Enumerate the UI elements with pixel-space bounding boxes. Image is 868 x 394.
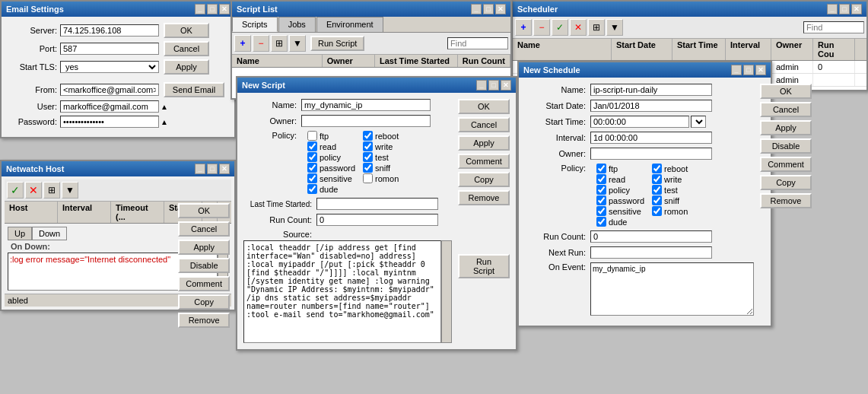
nsch-disable-btn[interactable]: Disable	[760, 138, 812, 154]
sched-min-btn[interactable]: _	[827, 4, 838, 14]
nsch-ok-btn[interactable]: OK	[760, 84, 812, 99]
ns-cancel-btn[interactable]: Cancel	[458, 117, 510, 132]
ns-run-count-input[interactable]	[316, 214, 438, 226]
tab-up[interactable]: Up	[8, 227, 32, 240]
nsch-remove-btn[interactable]: Remove	[760, 193, 812, 208]
tls-dropdown[interactable]: yes	[60, 61, 159, 73]
nsch-start-time-input[interactable]	[590, 116, 689, 128]
nsch-policy-read[interactable]: read	[596, 174, 644, 184]
from-input[interactable]	[60, 84, 159, 96]
port-input[interactable]	[60, 43, 159, 55]
nsch-name-input[interactable]	[590, 84, 712, 96]
nsch-policy-test[interactable]: test	[652, 185, 700, 195]
ns-comment-btn[interactable]: Comment	[458, 154, 510, 169]
policy-sensitive[interactable]: sensitive	[307, 173, 355, 183]
sched-close-btn[interactable]: ✕	[851, 4, 862, 14]
user-input[interactable]	[60, 100, 159, 113]
ns-ok-btn[interactable]: OK	[458, 99, 510, 114]
nsch-start-date-input[interactable]	[590, 100, 712, 112]
tab-down[interactable]: Down	[32, 227, 67, 240]
netwatch-copy-btn[interactable]: Copy	[178, 294, 230, 310]
ns-min-btn[interactable]: _	[476, 80, 487, 91]
tab-jobs[interactable]: Jobs	[278, 17, 316, 32]
sched-cross-btn[interactable]: ✕	[570, 19, 587, 36]
nsch-interval-input[interactable]	[590, 132, 712, 144]
policy-read[interactable]: read	[307, 141, 355, 151]
nsch-cancel-btn[interactable]: Cancel	[760, 102, 812, 117]
policy-policy[interactable]: policy	[307, 152, 355, 162]
sl-search-input[interactable]	[447, 37, 508, 49]
apply-button[interactable]: Apply	[164, 59, 209, 75]
sched-filter-btn[interactable]: ▼	[606, 19, 623, 36]
email-settings-max-btn[interactable]: □	[207, 4, 218, 14]
run-script-btn[interactable]: Run Script	[310, 36, 364, 51]
nsch-policy-reboot[interactable]: reboot	[652, 164, 700, 173]
netwatch-remove-btn[interactable]: Remove	[178, 313, 230, 328]
ns-last-time-input[interactable]	[316, 198, 438, 210]
sched-move-btn[interactable]: ⊞	[588, 19, 605, 36]
policy-password[interactable]: password	[307, 163, 355, 173]
netwatch-apply-btn[interactable]: Apply	[178, 240, 230, 255]
nsch-policy-ftp[interactable]: ftp	[596, 164, 644, 173]
cancel-button[interactable]: Cancel	[164, 41, 209, 56]
nsch-policy-sensitive[interactable]: sensitive	[596, 206, 644, 216]
tab-environment[interactable]: Environment	[316, 17, 383, 32]
sched-max-btn[interactable]: □	[839, 4, 850, 14]
netwatch-cancel-btn[interactable]: Cancel	[178, 221, 230, 237]
nsch-policy-password[interactable]: password	[596, 195, 644, 205]
nsch-copy-btn[interactable]: Copy	[760, 175, 812, 190]
nsch-time-dropdown[interactable]: ▼	[691, 116, 706, 128]
sched-check-btn[interactable]: ✓	[552, 19, 568, 36]
policy-sniff[interactable]: sniff	[363, 163, 411, 173]
source-scrollbar[interactable]	[441, 240, 452, 343]
netwatch-comment-btn[interactable]: Comment	[178, 276, 230, 291]
sched-remove-btn[interactable]: −	[533, 19, 550, 36]
nsch-apply-btn[interactable]: Apply	[760, 120, 812, 135]
netwatch-filter-btn[interactable]: ▼	[62, 182, 78, 199]
sl-add-btn[interactable]: +	[234, 35, 251, 52]
policy-write[interactable]: write	[363, 141, 411, 151]
sl-filter-btn[interactable]: ▼	[289, 35, 306, 52]
netwatch-ok-btn[interactable]: OK	[178, 203, 230, 218]
email-settings-close-btn[interactable]: ✕	[219, 4, 230, 14]
tab-scripts[interactable]: Scripts	[232, 17, 278, 32]
ns-copy-btn[interactable]: Copy	[458, 172, 510, 187]
ns-max-btn[interactable]: □	[488, 80, 499, 91]
sl-min-btn[interactable]: _	[471, 4, 482, 14]
nsch-policy-dude[interactable]: dude	[596, 217, 644, 227]
ns-name-input[interactable]	[301, 99, 431, 111]
nsch-comment-btn[interactable]: Comment	[760, 157, 812, 172]
policy-dude[interactable]: dude	[307, 184, 355, 194]
nsch-policy-policy[interactable]: policy	[596, 185, 644, 195]
sched-search-input[interactable]	[803, 21, 864, 33]
nsch-max-btn[interactable]: □	[743, 65, 754, 75]
nsch-close-btn[interactable]: ✕	[755, 65, 766, 75]
policy-reboot[interactable]: reboot	[363, 131, 411, 141]
netwatch-cross-btn[interactable]: ✕	[25, 182, 42, 199]
ns-remove-btn[interactable]: Remove	[458, 190, 510, 205]
netwatch-max-btn[interactable]: □	[207, 164, 218, 174]
ok-button[interactable]: OK	[164, 23, 209, 38]
source-textarea[interactable]: :local theaddr [/ip address get [find in…	[243, 240, 441, 343]
sl-remove-btn[interactable]: −	[253, 35, 269, 52]
ns-owner-input[interactable]	[301, 115, 431, 127]
password-input[interactable]	[60, 116, 159, 128]
email-settings-min-btn[interactable]: _	[195, 4, 205, 14]
netwatch-min-btn[interactable]: _	[195, 164, 205, 174]
policy-ftp[interactable]: ftp	[307, 131, 355, 141]
sl-max-btn[interactable]: □	[483, 4, 494, 14]
send-email-button[interactable]: Send Email	[164, 82, 224, 97]
nsch-policy-sniff[interactable]: sniff	[652, 195, 700, 205]
user-scroll-up[interactable]: ▲	[161, 103, 168, 111]
policy-test[interactable]: test	[363, 152, 411, 162]
nsch-owner-input[interactable]	[590, 148, 712, 160]
password-scroll-up[interactable]: ▲	[161, 118, 168, 126]
netwatch-move-btn[interactable]: ⊞	[43, 182, 60, 199]
sched-add-btn[interactable]: +	[515, 19, 532, 36]
netwatch-disable-btn[interactable]: Disable	[178, 258, 230, 273]
server-input[interactable]	[60, 24, 159, 37]
sl-close-btn[interactable]: ✕	[495, 4, 506, 14]
nsch-next-run-input[interactable]	[590, 246, 712, 259]
nsch-policy-write[interactable]: write	[652, 174, 700, 184]
ns-close-btn[interactable]: ✕	[501, 80, 511, 91]
